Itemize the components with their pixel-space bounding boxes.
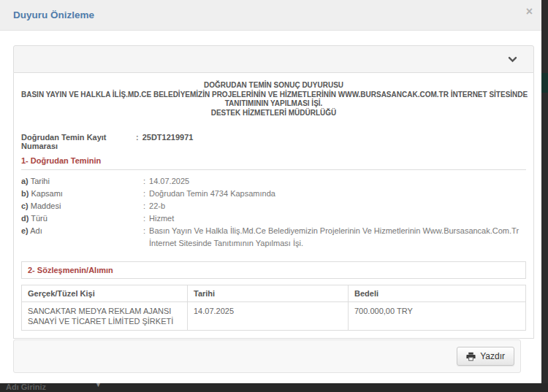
detail-row-turu: d) Türü : Hizmet [21, 212, 526, 225]
record-number-label: Doğrudan Temin Kayıt Numarası [21, 133, 136, 150]
detail-row-kapsami: b) Kapsamı : Doğrudan Temin 4734 Kapsamı… [21, 188, 526, 200]
detail-letter: c) [21, 201, 28, 210]
collapse-toggle-button[interactable] [508, 55, 517, 64]
detail-letter: b) [21, 189, 28, 198]
detail-letter: a) [21, 177, 28, 185]
backdrop-bottom-strip: Adı Giriniz ▼ [0, 383, 548, 392]
announcement-title-line: DESTEK HİZMETLERİ MÜDÜRLÜĞÜ [21, 109, 526, 118]
detail-letter: e) [21, 226, 28, 235]
section-1-title: 1- Doğrudan Teminin [21, 156, 526, 170]
contract-table: Gerçek/Tüzel Kişi Tarihi Bedeli SANCAKTA… [21, 285, 526, 331]
detail-value: 14.07.2025 [149, 175, 189, 188]
print-button-label: Yazdır [480, 351, 505, 361]
announcement-title-line: DOĞRUDAN TEMİN SONUÇ DUYURUSU [21, 81, 526, 91]
colon: : [143, 212, 145, 225]
detail-value: Basın Yayın Ve Halkla İliş.Md.Ce Belediy… [149, 225, 526, 250]
modal-body: DOĞRUDAN TEMİN SONUÇ DUYURUSU BASIN YAYI… [0, 31, 541, 373]
detail-row-tarihi: a) Tarihi : 14.07.2025 [21, 175, 526, 188]
announcement-title: DOĞRUDAN TEMİN SONUÇ DUYURUSU BASIN YAYI… [21, 81, 526, 118]
panel-heading [13, 45, 534, 73]
record-number-row: Doğrudan Temin Kayıt Numarası : 25DT1219… [21, 133, 526, 150]
detail-row-maddesi: c) Maddesi : 22-b [21, 200, 526, 212]
chevron-down-icon [508, 55, 517, 64]
cell-bedeli: 700.000,00 TRY [349, 302, 526, 331]
detail-label: Kapsamı [31, 189, 62, 198]
section-2-title: 2- Sözleşmenin/Alımın [28, 266, 520, 274]
detail-row-adi: e) Adı : Basın Yayın Ve Halkla İliş.Md.C… [21, 225, 526, 250]
table-row: SANCAKTAR MEDYA REKLAM AJANSI SANAYİ VE … [22, 302, 526, 331]
detail-label: Tarihi [31, 177, 50, 185]
colon: : [136, 133, 139, 150]
colon: : [143, 225, 145, 250]
details-list: a) Tarihi : 14.07.2025 b) Kapsamı : Doğr… [21, 175, 526, 250]
detail-value: Hizmet [149, 212, 174, 225]
announcement-title-line: TANITIMININ YAPILMASI İŞİ. [21, 99, 526, 109]
cell-kisi: SANCAKTAR MEDYA REKLAM AJANSI SANAYİ VE … [22, 302, 188, 331]
colon: : [143, 200, 145, 212]
announcement-title-line: BASIN YAYIN VE HALKLA İLİŞ.MD.CE BELEDİY… [21, 91, 526, 100]
close-icon[interactable]: × [526, 6, 533, 18]
record-number-value: 25DT1219971 [142, 133, 194, 150]
modal-title: Duyuru Önizleme [13, 9, 94, 20]
background-accent-block [541, 73, 548, 93]
cell-tarihi: 14.07.2025 [188, 302, 349, 331]
panel-body: DOĞRUDAN TEMİN SONUÇ DUYURUSU BASIN YAYI… [13, 73, 534, 339]
colon: : [143, 188, 145, 200]
modal-header: Duyuru Önizleme × [0, 0, 541, 31]
column-header-tarihi: Tarihi [188, 285, 349, 302]
detail-value: Doğrudan Temin 4734 Kapsamında [149, 188, 275, 200]
column-header-bedeli: Bedeli [349, 285, 526, 302]
panel-footer: Yazdır [13, 339, 521, 373]
announcement-panel: DOĞRUDAN TEMİN SONUÇ DUYURUSU BASIN YAYI… [13, 45, 534, 339]
announcement-preview-modal: Duyuru Önizleme × DOĞRUDAN TEMİN SONUÇ D… [0, 0, 541, 383]
detail-value: 22-b [149, 200, 165, 212]
section-2-box: 2- Sözleşmenin/Alımın [21, 261, 526, 279]
backdrop-right-strip [541, 0, 548, 392]
table-header-row: Gerçek/Tüzel Kişi Tarihi Bedeli [22, 285, 526, 302]
print-button[interactable]: Yazdır [457, 347, 514, 366]
colon: : [143, 175, 145, 188]
printer-icon [466, 352, 476, 361]
detail-letter: d) [21, 214, 28, 223]
detail-label: Türü [31, 214, 47, 223]
background-field-label: Adı Giriniz [6, 383, 46, 391]
chevron-down-icon: ▼ [95, 383, 102, 388]
column-header-kisi: Gerçek/Tüzel Kişi [22, 285, 188, 302]
detail-label: Maddesi [31, 201, 61, 210]
detail-label: Adı [30, 226, 42, 235]
